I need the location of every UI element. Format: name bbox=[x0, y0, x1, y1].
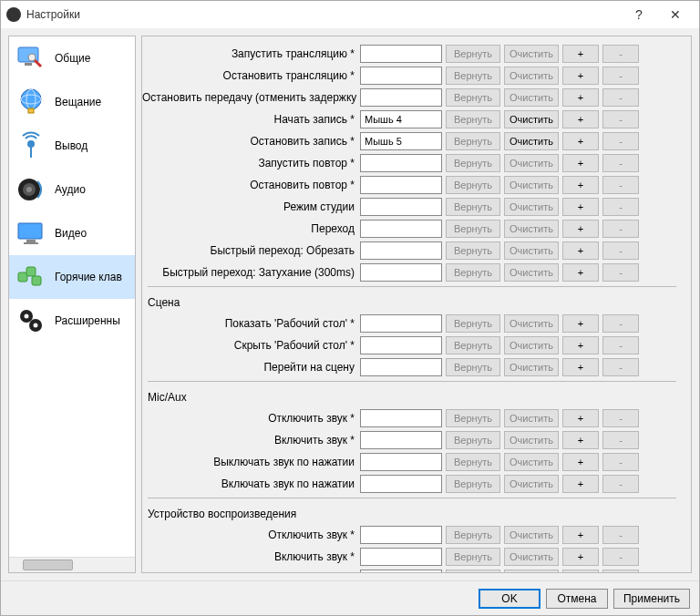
hotkey-input[interactable] bbox=[360, 526, 442, 544]
remove-button[interactable]: - bbox=[602, 110, 639, 128]
hotkey-input[interactable] bbox=[360, 132, 442, 150]
add-button[interactable]: + bbox=[562, 154, 599, 172]
remove-button[interactable]: - bbox=[602, 431, 639, 449]
revert-button[interactable]: Вернуть bbox=[446, 314, 500, 333]
add-button[interactable]: + bbox=[562, 110, 599, 128]
revert-button[interactable]: Вернуть bbox=[446, 198, 500, 216]
clear-button[interactable]: Очистить bbox=[504, 88, 559, 107]
clear-button[interactable]: Очистить bbox=[504, 475, 559, 493]
revert-button[interactable]: Вернуть bbox=[446, 336, 500, 354]
add-button[interactable]: + bbox=[562, 132, 599, 150]
ok-button[interactable]: OK bbox=[479, 589, 540, 609]
add-button[interactable]: + bbox=[562, 241, 599, 260]
hotkey-input[interactable] bbox=[360, 570, 442, 574]
hotkey-input[interactable] bbox=[360, 548, 442, 566]
clear-button[interactable]: Очистить bbox=[504, 453, 559, 471]
revert-button[interactable]: Вернуть bbox=[446, 570, 500, 574]
add-button[interactable]: + bbox=[562, 220, 599, 238]
hotkey-input[interactable] bbox=[360, 198, 442, 216]
revert-button[interactable]: Вернуть bbox=[446, 154, 500, 172]
clear-button[interactable]: Очистить bbox=[504, 548, 559, 566]
close-button[interactable]: ✕ bbox=[657, 1, 694, 28]
revert-button[interactable]: Вернуть bbox=[446, 358, 500, 376]
revert-button[interactable]: Вернуть bbox=[446, 548, 500, 566]
revert-button[interactable]: Вернуть bbox=[446, 526, 500, 544]
hotkey-input[interactable] bbox=[360, 314, 442, 333]
hotkey-input[interactable] bbox=[360, 453, 442, 471]
add-button[interactable]: + bbox=[562, 431, 599, 449]
remove-button[interactable]: - bbox=[602, 67, 639, 85]
add-button[interactable]: + bbox=[562, 176, 599, 194]
clear-button[interactable]: Очистить bbox=[504, 358, 559, 376]
remove-button[interactable]: - bbox=[602, 314, 639, 333]
add-button[interactable]: + bbox=[562, 88, 599, 107]
add-button[interactable]: + bbox=[562, 67, 599, 85]
add-button[interactable]: + bbox=[562, 548, 599, 566]
remove-button[interactable]: - bbox=[602, 526, 639, 544]
revert-button[interactable]: Вернуть bbox=[446, 431, 500, 449]
add-button[interactable]: + bbox=[562, 409, 599, 427]
revert-button[interactable]: Вернуть bbox=[446, 220, 500, 238]
clear-button[interactable]: Очистить bbox=[504, 176, 559, 194]
hotkey-input[interactable] bbox=[360, 263, 442, 282]
remove-button[interactable]: - bbox=[602, 409, 639, 427]
sidebar-scrollbar[interactable] bbox=[9, 557, 135, 572]
add-button[interactable]: + bbox=[562, 45, 599, 63]
hotkey-input[interactable] bbox=[360, 88, 442, 107]
remove-button[interactable]: - bbox=[602, 336, 639, 354]
clear-button[interactable]: Очистить bbox=[504, 336, 559, 354]
hotkey-input[interactable] bbox=[360, 358, 442, 376]
remove-button[interactable]: - bbox=[602, 475, 639, 493]
clear-button[interactable]: Очистить bbox=[504, 45, 559, 63]
hotkey-input[interactable] bbox=[360, 409, 442, 427]
remove-button[interactable]: - bbox=[602, 176, 639, 194]
add-button[interactable]: + bbox=[562, 570, 599, 574]
hotkey-input[interactable] bbox=[360, 220, 442, 238]
revert-button[interactable]: Вернуть bbox=[446, 453, 500, 471]
sidebar-item-output[interactable]: Вывод bbox=[9, 124, 135, 168]
remove-button[interactable]: - bbox=[602, 198, 639, 216]
revert-button[interactable]: Вернуть bbox=[446, 241, 500, 260]
clear-button[interactable]: Очистить bbox=[504, 67, 559, 85]
sidebar-item-stream[interactable]: Вещание bbox=[9, 80, 135, 124]
clear-button[interactable]: Очистить bbox=[504, 132, 559, 150]
revert-button[interactable]: Вернуть bbox=[446, 475, 500, 493]
add-button[interactable]: + bbox=[562, 526, 599, 544]
clear-button[interactable]: Очистить bbox=[504, 263, 559, 282]
remove-button[interactable]: - bbox=[602, 45, 639, 63]
help-button[interactable]: ? bbox=[621, 1, 657, 28]
hotkey-input[interactable] bbox=[360, 431, 442, 449]
remove-button[interactable]: - bbox=[602, 132, 639, 150]
hotkey-input[interactable] bbox=[360, 241, 442, 260]
hotkey-input[interactable] bbox=[360, 67, 442, 85]
clear-button[interactable]: Очистить bbox=[504, 154, 559, 172]
remove-button[interactable]: - bbox=[602, 358, 639, 376]
hotkey-input[interactable] bbox=[360, 176, 442, 194]
add-button[interactable]: + bbox=[562, 453, 599, 471]
remove-button[interactable]: - bbox=[602, 88, 639, 107]
clear-button[interactable]: Очистить bbox=[504, 570, 559, 574]
add-button[interactable]: + bbox=[562, 336, 599, 354]
apply-button[interactable]: Применить bbox=[613, 589, 690, 609]
remove-button[interactable]: - bbox=[602, 241, 639, 260]
clear-button[interactable]: Очистить bbox=[504, 409, 559, 427]
hotkey-input[interactable] bbox=[360, 154, 442, 172]
hotkey-input[interactable] bbox=[360, 475, 442, 493]
add-button[interactable]: + bbox=[562, 358, 599, 376]
revert-button[interactable]: Вернуть bbox=[446, 409, 500, 427]
sidebar-item-advanced[interactable]: Расширенны bbox=[9, 299, 135, 343]
add-button[interactable]: + bbox=[562, 314, 599, 333]
add-button[interactable]: + bbox=[562, 475, 599, 493]
sidebar-item-general[interactable]: Общие bbox=[9, 36, 135, 80]
sidebar-item-audio[interactable]: Аудио bbox=[9, 168, 135, 211]
revert-button[interactable]: Вернуть bbox=[446, 45, 500, 63]
clear-button[interactable]: Очистить bbox=[504, 526, 559, 544]
revert-button[interactable]: Вернуть bbox=[446, 176, 500, 194]
revert-button[interactable]: Вернуть bbox=[446, 263, 500, 282]
clear-button[interactable]: Очистить bbox=[504, 314, 559, 333]
clear-button[interactable]: Очистить bbox=[504, 110, 559, 128]
remove-button[interactable]: - bbox=[602, 263, 639, 282]
clear-button[interactable]: Очистить bbox=[504, 241, 559, 260]
remove-button[interactable]: - bbox=[602, 548, 639, 566]
remove-button[interactable]: - bbox=[602, 570, 639, 574]
